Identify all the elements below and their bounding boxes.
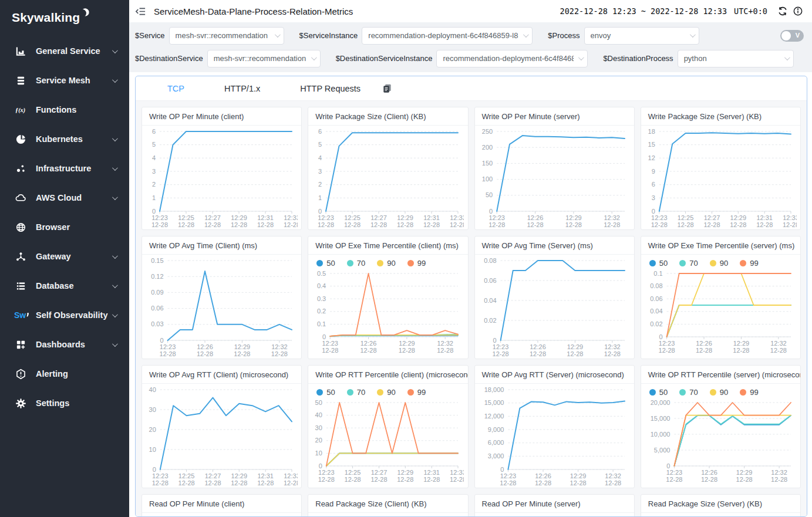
svg-text:3: 3 xyxy=(318,168,322,175)
chevron-down-icon xyxy=(275,32,281,38)
legend-item[interactable]: 99 xyxy=(740,259,758,268)
sidebar-item-gateway[interactable]: Gateway xyxy=(0,242,129,271)
time-range[interactable]: 2022-12-28 12:23 ~ 2022-12-28 12:33 xyxy=(560,6,727,16)
legend-item[interactable]: 99 xyxy=(407,388,426,397)
chart-title: Write OP RTT Percentile (client) (micros… xyxy=(308,366,467,384)
svg-text:0.2: 0.2 xyxy=(317,308,326,315)
auto-refresh-toggle[interactable]: V xyxy=(780,30,804,42)
kubernetes-icon xyxy=(14,133,27,145)
timezone-label: UTC+0:0 xyxy=(734,6,767,16)
chart-canvas[interactable]: 036912151812:2312-2812:2512-2812:2712-28… xyxy=(645,127,797,230)
legend-item[interactable]: 90 xyxy=(710,259,728,268)
select-service[interactable]: mesh-svr::recommendation xyxy=(169,27,284,45)
chart-card: Write Package Size (Server) (KB)03691215… xyxy=(641,107,801,230)
info-icon[interactable] xyxy=(792,5,804,17)
refresh-icon[interactable] xyxy=(777,5,789,17)
sidebar-item-functions[interactable]: ƒ(x)Functions xyxy=(0,95,129,124)
legend-label: 50 xyxy=(326,388,335,397)
chevron-down-icon xyxy=(112,341,118,347)
svg-text:12:23: 12:23 xyxy=(152,472,169,479)
svg-text:12:29: 12:29 xyxy=(733,340,750,347)
svg-text:12:29: 12:29 xyxy=(231,472,248,479)
chart-canvas[interactable]: 05010015020025012:2312-2812:2612-2812:29… xyxy=(479,127,631,230)
svg-text:12-28: 12-28 xyxy=(397,476,414,483)
chart-canvas[interactable]: 01020304012:2312-2812:2512-2812:2712-281… xyxy=(146,385,298,488)
legend-item[interactable]: 70 xyxy=(347,259,365,268)
legend-item[interactable]: 70 xyxy=(679,388,698,397)
select-serviceinstance[interactable]: recommendation-deployment-6c4f846859-l8r… xyxy=(362,27,533,45)
chart-canvas[interactable]: 1012:2312-2812:2512-2812:2712-2812:2912-… xyxy=(146,514,298,516)
legend-dot xyxy=(710,260,716,266)
sidebar-item-aws-cloud[interactable]: AWS Cloud xyxy=(0,183,129,212)
tab-http-1.x[interactable]: HTTP/1.x xyxy=(204,76,280,101)
sidebar-item-service-mesh[interactable]: Service Mesh xyxy=(0,66,129,95)
legend-item[interactable]: 50 xyxy=(649,388,668,397)
sidebar-item-kubernetes[interactable]: Kubernetes xyxy=(0,124,129,154)
dashboards-icon xyxy=(14,339,27,350)
sidebar-item-dashboards[interactable]: Dashboards xyxy=(0,330,129,359)
chart-canvas[interactable]: 012345612:2312-2812:2512-2812:2712-2812:… xyxy=(146,127,298,230)
svg-text:12-28: 12-28 xyxy=(527,221,543,228)
legend-item[interactable]: 99 xyxy=(740,388,758,397)
sidebar-item-browser[interactable]: Browser xyxy=(0,212,129,242)
chart-canvas[interactable]: 00.10.20.30.40.512:2312-2812:2612-2812:2… xyxy=(312,269,464,356)
sidebar-item-label: Dashboards xyxy=(36,340,112,349)
legend-dot xyxy=(740,260,746,266)
chart-canvas[interactable]: 00.030.060.090.120.1512:2312-2812:2612-2… xyxy=(146,256,298,359)
svg-text:12:26: 12:26 xyxy=(530,343,546,350)
sidebar-item-label: Service Mesh xyxy=(36,76,112,85)
select-value: envoy xyxy=(591,31,685,40)
svg-text:12-28: 12-28 xyxy=(770,347,787,354)
chart-canvas[interactable]: 0102030405012:2312-2812:2512-2812:2712-2… xyxy=(312,398,464,485)
sidebar-item-self-observability[interactable]: SwSelf Observability xyxy=(0,300,129,330)
select-destinationserviceinstance[interactable]: recommendation-deployment-6c4f846859-l8r… xyxy=(436,50,588,67)
sidebar-item-database[interactable]: Database xyxy=(0,271,129,300)
svg-text:12-28: 12-28 xyxy=(205,479,221,486)
tab-http-requests[interactable]: HTTP Requests xyxy=(280,76,380,101)
tab-tcp[interactable]: TCP xyxy=(147,76,204,101)
copy-icon[interactable] xyxy=(382,82,395,95)
svg-text:12-28: 12-28 xyxy=(666,476,682,483)
chart-canvas[interactable]: 00.020.040.060.080.112:2312-2812:2612-28… xyxy=(645,269,797,356)
sidebar-item-label: Database xyxy=(36,281,112,290)
svg-text:12-28: 12-28 xyxy=(651,221,668,228)
select-destinationservice[interactable]: mesh-svr::recommendation xyxy=(207,50,321,67)
svg-text:12-28: 12-28 xyxy=(677,221,693,228)
legend-item[interactable]: 70 xyxy=(347,388,365,397)
chart-canvas[interactable]: 15012:2312-2812:2612-2812:2912-2812:3212… xyxy=(479,514,631,516)
svg-text:0.09: 0.09 xyxy=(151,289,163,296)
chart-title: Read Package Size (Server) (KB) xyxy=(641,495,800,513)
svg-text:12-28: 12-28 xyxy=(197,350,213,357)
chart-canvas[interactable]: 1212:2312-2812:2512-2812:2712-2812:2912-… xyxy=(645,514,797,516)
sidebar-item-general-service[interactable]: General Service xyxy=(0,36,129,66)
legend-item[interactable]: 90 xyxy=(710,388,728,397)
collapse-sidebar-icon[interactable] xyxy=(135,5,148,18)
legend-item[interactable]: 70 xyxy=(679,259,698,268)
sidebar-item-alerting[interactable]: Alerting xyxy=(0,359,129,388)
legend-item[interactable]: 50 xyxy=(316,388,335,397)
legend-item[interactable]: 99 xyxy=(407,259,426,268)
chart-legend: 50709099 xyxy=(308,384,467,397)
select-destinationprocess[interactable]: python xyxy=(678,50,794,67)
legend-item[interactable]: 50 xyxy=(649,259,668,268)
chart-canvas[interactable]: 00.020.040.060.0812:2312-2812:2612-2812:… xyxy=(479,256,631,359)
svg-text:10: 10 xyxy=(149,515,156,517)
legend-item[interactable]: 50 xyxy=(316,259,335,268)
legend-item[interactable]: 90 xyxy=(377,259,395,268)
legend-item[interactable]: 90 xyxy=(377,388,395,397)
chart-canvas[interactable]: 03,0006,0009,00012,00015,00018,00012:231… xyxy=(479,385,631,488)
chart-canvas[interactable]: 05,00010,00015,00020,00012:2312-2812:261… xyxy=(645,398,797,485)
svg-text:5: 5 xyxy=(152,141,156,148)
charts-grid: Write OP Per Minute (client)012345612:23… xyxy=(136,101,807,516)
select-process[interactable]: envoy xyxy=(584,27,699,45)
fx-icon: ƒ(x) xyxy=(14,104,27,116)
chevron-down-icon xyxy=(112,48,118,53)
sidebar-item-infrastructure[interactable]: Infrastructure xyxy=(0,154,129,183)
chart-canvas[interactable]: 3.512:2312-2812:2512-2812:2712-2812:2912… xyxy=(312,514,464,516)
sidebar-item-settings[interactable]: Settings xyxy=(0,388,129,418)
svg-text:0.1: 0.1 xyxy=(317,320,326,327)
legend-dot xyxy=(679,260,686,266)
svg-text:2: 2 xyxy=(152,181,156,188)
svg-text:0: 0 xyxy=(489,208,493,215)
chart-canvas[interactable]: 012345612:2312-2812:2512-2812:2712-2812:… xyxy=(312,127,464,230)
